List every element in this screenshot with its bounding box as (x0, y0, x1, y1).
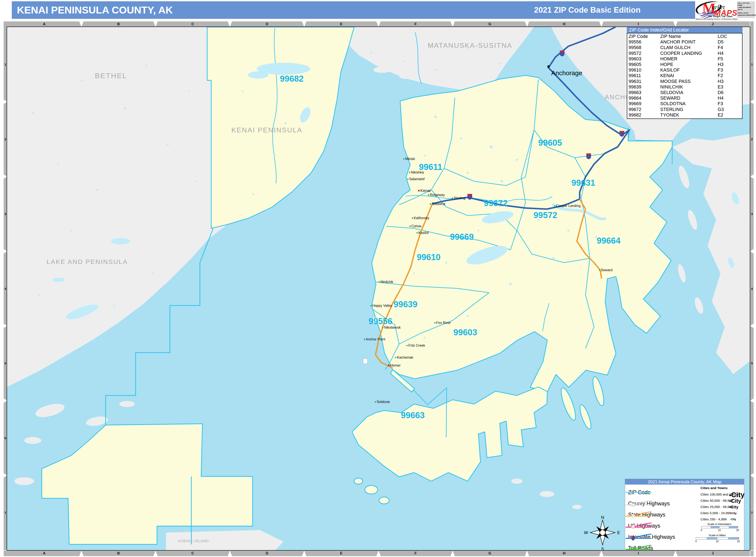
legend-city-class-2: Cities 50,000 - 99,999 (700, 499, 733, 503)
city-dot (406, 345, 408, 346)
gray-island (572, 505, 582, 509)
legend-city-sample-5: City (730, 518, 736, 521)
city-label-nikishka: Nikishka (409, 171, 424, 174)
table-row: 99568CLAM GULCHF4 (629, 45, 742, 50)
city-dot (375, 401, 376, 403)
city-label-fox-river: Fox River (434, 321, 451, 325)
grid-row-label: 1 (750, 27, 754, 102)
contact-phone: 1-888-434-MAPS (6277) (737, 6, 754, 11)
contact-box: CALL US TOLL FREE! 1-888-434-MAPS (6277)… (737, 1, 755, 18)
city-dot (388, 364, 390, 367)
city-label-ridgeway: Ridgeway (428, 193, 445, 197)
map-legend: 2021 Kenai Peninsula County, AK Map ZIP … (625, 479, 744, 550)
scale-tick: 10 (718, 529, 721, 532)
scale-mi-title: Scale in Miles (709, 534, 726, 537)
table-row: 99664SEWARDH4 (629, 95, 742, 101)
zip-label-99603: 99603 (453, 328, 477, 337)
grid-col-label: F (379, 551, 453, 556)
zip-label-99663: 99663 (401, 410, 425, 420)
city-dot (418, 190, 420, 192)
city-label-seldovia: Seldovia (375, 400, 390, 404)
page-title: KENAI PENINSULA COUNTY, AK (17, 1, 173, 19)
city-dot (395, 357, 396, 358)
grid-row-label: 3 (750, 177, 754, 251)
legend-toll-icon (625, 545, 652, 550)
table-row: 99556ANCHOR POINTD5 (629, 39, 742, 45)
city-dot (554, 205, 555, 207)
grid-col-label: C (155, 22, 230, 27)
legend-us-hwy-icon: 123 (625, 522, 652, 529)
legend-city-sample-4: City (730, 511, 737, 515)
scale-tick: 20 (737, 540, 740, 543)
grid-col-label: H (527, 22, 601, 27)
scale-km-bar (701, 526, 738, 528)
city-dot (379, 281, 380, 283)
legend-zip-line-icon (625, 489, 652, 496)
zip-label-99572: 99572 (533, 210, 557, 220)
contact-email-title: EMAIL US AT: (737, 12, 754, 14)
city-dot (403, 158, 404, 159)
grid-col-label: A (7, 551, 81, 556)
grid-col-label: D (230, 22, 304, 27)
grid-col-label: B (81, 551, 156, 556)
grid-col-label: A (7, 22, 81, 27)
legend-city-sample-2: City (729, 498, 741, 504)
scale-tick: 10 (716, 540, 719, 543)
grid-col-label: E (304, 22, 379, 27)
city-dot (416, 232, 418, 234)
region-label-kodiak-island: KODIAK ISLAND (178, 539, 209, 543)
city-dot (364, 339, 365, 340)
compass-s: S (601, 547, 604, 550)
zip-index-title: ZIP Code Index/Grid Locator (627, 27, 743, 33)
legend-city-class-5: Cities 250 - 4,999 (700, 517, 727, 521)
region-label-lake-and-peninsula: LAKE AND PENINSULA (47, 258, 128, 265)
legend-title: 2021 Kenai Peninsula County, AK Map (625, 479, 744, 485)
zip-label-99682: 99682 (280, 74, 303, 84)
city-label-nikiski: Nikiski (403, 157, 415, 161)
table-row: 99605HOPEH3 (629, 62, 742, 67)
zip-index-header-row: ZIP CodeZIP NameLOC (629, 34, 742, 39)
edition-label: 2021 ZIP Code Basic Edition (534, 1, 641, 19)
city-label-anchor-point: Anchor Point (364, 338, 385, 341)
grid-col-label: D (230, 551, 304, 556)
gray-island (399, 74, 412, 79)
region-label-matanuska-susitna: MATANUSKA-SUSITNA (428, 41, 513, 50)
city-label-homer: Homer (388, 363, 401, 368)
grid-corner (4, 551, 7, 556)
county-island (354, 478, 363, 484)
city-label-kalifonsky: Kalifonsky (412, 216, 429, 220)
lake (52, 277, 65, 282)
grid-col-label: J (675, 551, 750, 556)
grid-ruler-right: 1234567 (750, 27, 754, 550)
city-dot (428, 194, 429, 196)
zip-label-99639: 99639 (394, 299, 417, 309)
city-dot (409, 226, 411, 227)
city-label-kasilof: Kasilof (416, 231, 429, 235)
region-label-bethel: BETHEL (95, 71, 127, 80)
table-row: 99611KENAIF2 (629, 73, 742, 79)
compass-e: E (617, 530, 620, 535)
lake (111, 238, 130, 244)
contact-call-title: CALL US TOLL FREE! (737, 2, 754, 6)
table-row: 99610KASILOFF3 (629, 67, 742, 73)
city-dot (412, 217, 413, 219)
gray-island (119, 401, 135, 407)
city-dot-anchorage (547, 65, 550, 68)
legend-city-class-3: Cities 25,000 - 49,999 (700, 505, 733, 509)
city-dot (452, 198, 453, 199)
compass-n: N (601, 515, 604, 520)
grid-corner (4, 22, 7, 27)
gray-island (373, 67, 390, 73)
zip-label-99605: 99605 (538, 138, 562, 148)
svg-text:123: 123 (632, 515, 634, 517)
grid-corner (750, 551, 754, 556)
grid-col-label: I (601, 551, 676, 556)
city-dot (409, 172, 410, 173)
zip-label-99556: 99556 (369, 316, 392, 326)
gray-island (511, 478, 523, 484)
table-row: 99603HOMERF5 (629, 56, 742, 62)
grid-col-label: E (304, 551, 379, 556)
zip-label-99672: 99672 (484, 198, 507, 208)
grid-col-label: F (379, 22, 453, 27)
city-label-soldotna: Soldotna (430, 202, 445, 206)
